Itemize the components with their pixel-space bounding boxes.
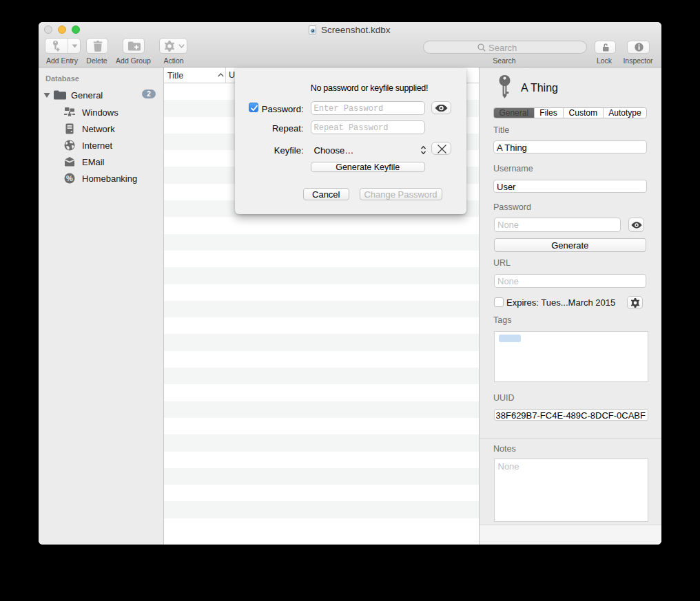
- svg-text:%: %: [66, 173, 73, 182]
